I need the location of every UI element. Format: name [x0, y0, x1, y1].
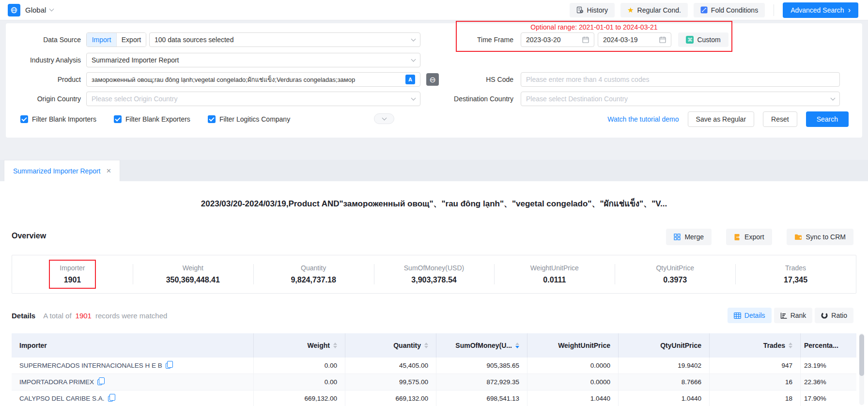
view-rank-button[interactable]: Rank [774, 308, 813, 323]
report-content: 2023/03/20-2024/03/19,Product AND"заморо… [0, 181, 868, 406]
stat-value: 0.0111 [543, 276, 566, 284]
importer-name-link[interactable]: SUPERMERCADOS INTERNACIONALES H E B [19, 362, 162, 369]
stat-value: 9,824,737.18 [291, 276, 336, 284]
scrollbar-thumb[interactable] [859, 334, 864, 376]
sort-icon[interactable] [333, 343, 337, 348]
copy-icon[interactable] [97, 379, 102, 385]
stat-qty-unit-price: QtyUnitPrice 0.3973 [615, 255, 735, 293]
chevron-down-icon [382, 115, 387, 120]
regular-cond-label: Regular Cond. [637, 6, 681, 14]
sort-icon[interactable] [424, 343, 428, 348]
table-scrollbar[interactable] [859, 333, 864, 405]
tab-strip: Summarized Importer Report × [0, 160, 868, 181]
export-tab[interactable]: Export [116, 33, 146, 47]
search-button[interactable]: Search [806, 111, 849, 127]
destination-country-select[interactable]: Please select Destination Country [521, 92, 840, 106]
column-header-importer: Importer [12, 333, 253, 358]
fold-conditions-button[interactable]: Fold Conditions [694, 3, 765, 17]
column-header-percentage: Percenta... [800, 333, 856, 358]
details-heading: Details [12, 312, 35, 320]
hs-code-input-wrap [521, 72, 840, 87]
tab-summarized-importer-report[interactable]: Summarized Importer Report × [4, 160, 120, 181]
importer-name-link[interactable]: CALYPSO DEL CARIBE S.A. [19, 395, 105, 402]
chevron-down-icon [831, 95, 836, 100]
origin-country-select[interactable]: Please select Origin Country [86, 92, 420, 106]
destination-country-placeholder: Please select Destination Country [526, 95, 831, 103]
overview-heading: Overview [12, 232, 46, 240]
copy-icon[interactable] [166, 363, 170, 369]
filter-blank-exporters-checkbox[interactable]: Filter Blank Exporters [114, 115, 190, 123]
advanced-search-label: Advanced Search [790, 6, 844, 14]
view-details-button[interactable]: Details [728, 308, 772, 323]
copy-icon[interactable] [108, 396, 113, 402]
column-header-weight[interactable]: Weight [253, 333, 345, 358]
filter-logitics-company-checkbox[interactable]: Filter Logitics Company [208, 115, 290, 123]
stat-trades: Trades 17,345 [735, 255, 856, 293]
reset-button[interactable]: Reset [763, 111, 797, 127]
history-button[interactable]: History [570, 3, 615, 17]
ratio-icon [821, 312, 828, 319]
search-form: Optional range: 2021-01-01 to 2024-03-21… [6, 23, 862, 138]
stat-value: 1901 [64, 276, 81, 284]
advanced-search-button[interactable]: Advanced Search › [783, 2, 858, 18]
stat-label: WeightUnitPrice [530, 264, 579, 272]
regular-cond-button[interactable]: ★ Regular Cond. [620, 3, 688, 17]
data-source-segment: Import Export [86, 32, 146, 47]
column-header-weight-unit-price: WeightUnitPrice [527, 333, 618, 358]
rank-icon [780, 312, 787, 319]
industry-analysis-value: Summarized Importer Report [92, 56, 412, 64]
total-suffix: records were matched [95, 312, 167, 320]
sort-icon[interactable] [789, 343, 792, 348]
fold-conditions-label: Fold Conditions [711, 6, 758, 14]
filter-checkbox-row: Filter Blank Importers Filter Blank Expo… [20, 113, 290, 125]
column-header-sum-of-money[interactable]: SumOfMoney(U... [436, 333, 527, 358]
details-table: Importer Weight Quantity SumOfMoney(U...… [12, 333, 856, 406]
industry-analysis-select[interactable]: Summarized Importer Report [86, 53, 420, 67]
tab-label: Summarized Importer Report [13, 167, 101, 175]
collapse-form-button[interactable] [374, 113, 394, 124]
table-header-row: Importer Weight Quantity SumOfMoney(U...… [12, 333, 856, 358]
view-ratio-label: Ratio [831, 312, 847, 319]
view-rank-label: Rank [790, 312, 806, 319]
export-button[interactable]: Export [726, 229, 772, 245]
filter-blank-importers-label: Filter Blank Importers [32, 115, 96, 123]
column-header-trades[interactable]: Trades [709, 333, 800, 358]
data-sources-select[interactable]: 100 data sources selected [149, 32, 420, 47]
chevron-down-icon [49, 7, 54, 12]
save-as-regular-button[interactable]: Save as Regular [688, 111, 755, 127]
region-label: Global [25, 6, 46, 14]
sync-to-crm-button[interactable]: Sync to CRM [787, 229, 853, 245]
globe-icon[interactable] [8, 4, 20, 16]
stat-value: 350,369,448.41 [166, 276, 220, 284]
origin-country-placeholder: Please select Origin Country [92, 95, 412, 103]
history-icon [576, 6, 584, 14]
details-row: Details A total of 1901 records were mat… [12, 307, 853, 324]
importer-name-link[interactable]: IMPORTADORA PRIMEX [19, 378, 94, 386]
product-input[interactable] [92, 73, 405, 86]
tutorial-link[interactable]: Watch the tutorial demo [607, 115, 679, 123]
stat-label: SumOfMoney(USD) [404, 264, 464, 272]
region-selector[interactable]: Global [8, 4, 53, 16]
close-icon[interactable]: × [107, 167, 111, 175]
stat-label: Importer [60, 264, 85, 272]
view-switcher: Details Rank Ratio [728, 308, 853, 323]
total-prefix: A total of [43, 312, 71, 320]
merge-button[interactable]: Merge [666, 229, 712, 245]
import-tab[interactable]: Import [87, 33, 116, 47]
table-row: IMPORTADORA PRIMEX 0.00 99,575.00 872,92… [12, 374, 856, 390]
column-header-qty-unit-price: QtyUnitPrice [618, 333, 709, 358]
topbar: Global History ★ Regular Cond. [0, 0, 868, 20]
stat-value: 0.3973 [663, 276, 687, 284]
view-ratio-button[interactable]: Ratio [815, 308, 853, 323]
filter-blank-importers-checkbox[interactable]: Filter Blank Importers [20, 115, 96, 123]
sync-to-crm-label: Sync to CRM [806, 233, 846, 241]
checkbox-checked-icon [20, 115, 28, 123]
sort-icon-active-desc[interactable] [515, 343, 519, 348]
hs-code-input[interactable] [526, 73, 835, 86]
table-row: SUPERMERCADOS INTERNACIONALES H E B 0.00… [12, 358, 856, 374]
form-actions: Watch the tutorial demo Save as Regular … [607, 111, 849, 127]
details-grid-icon [734, 312, 741, 319]
fold-icon [700, 6, 708, 14]
column-header-quantity[interactable]: Quantity [345, 333, 436, 358]
export-icon [734, 234, 741, 241]
